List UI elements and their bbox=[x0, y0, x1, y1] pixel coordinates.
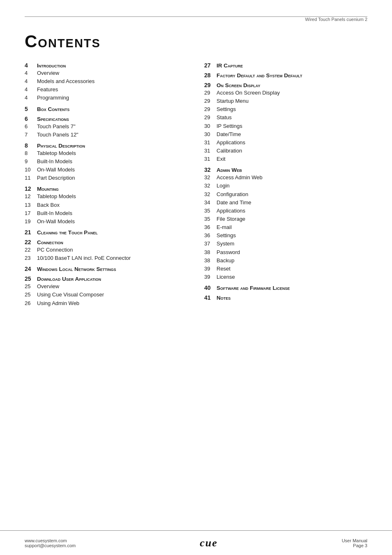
toc-item: 37System bbox=[204, 240, 367, 248]
item-page-num: 29 bbox=[204, 97, 213, 105]
heading-page-num: 41 bbox=[204, 294, 213, 301]
item-text: PC Connection bbox=[37, 246, 73, 254]
item-page-num: 13 bbox=[25, 201, 34, 209]
item-text: Configuration bbox=[217, 190, 248, 199]
item-text: Settings bbox=[217, 231, 236, 240]
item-page-num: 7 bbox=[25, 131, 34, 139]
item-page-num: 4 bbox=[25, 77, 34, 86]
item-text: On-Wall Models bbox=[37, 166, 75, 174]
toc-item: 29Access On Screen Display bbox=[204, 89, 367, 97]
toc-item: 13Back Box bbox=[25, 201, 188, 209]
item-text: Applications bbox=[217, 207, 245, 215]
item-page-num: 9 bbox=[25, 157, 34, 166]
heading-page-num: 25 bbox=[25, 275, 34, 282]
toc-item: 2310/100 BaseT LAN incl. PoE Connector bbox=[25, 254, 188, 262]
toc-item: 35File Storage bbox=[204, 215, 367, 223]
toc-item: 22PC Connection bbox=[25, 246, 188, 254]
footer-left: www.cuesystem.com support@cuesystem.com bbox=[25, 538, 76, 548]
page-container: Wired Touch Panels cuenium 2 Contents 4I… bbox=[0, 0, 392, 555]
item-text: IP Settings bbox=[217, 122, 242, 130]
toc-heading: 29On Screen Display bbox=[204, 82, 367, 88]
item-page-num: 35 bbox=[204, 215, 213, 223]
item-page-num: 38 bbox=[204, 248, 213, 257]
item-text: Password bbox=[217, 248, 240, 257]
header: Wired Touch Panels cuenium 2 bbox=[25, 16, 367, 24]
item-page-num: 4 bbox=[25, 69, 34, 77]
toc-heading: 6Specifications bbox=[25, 116, 188, 122]
toc-item: 6Touch Panels 7" bbox=[25, 123, 188, 131]
heading-page-num: 6 bbox=[25, 116, 34, 122]
toc-item: 30IP Settings bbox=[204, 122, 367, 130]
toc-item: 32Access Admin Web bbox=[204, 173, 367, 182]
item-page-num: 12 bbox=[25, 192, 34, 201]
item-page-num: 29 bbox=[204, 105, 213, 113]
toc-item: 12Tabletop Models bbox=[25, 192, 188, 201]
item-page-num: 17 bbox=[25, 209, 34, 217]
item-text: Tabletop Models bbox=[37, 149, 76, 157]
item-page-num: 32 bbox=[204, 182, 213, 190]
toc-heading: 12Mounting bbox=[25, 185, 188, 192]
toc-item: 34Date and Time bbox=[204, 199, 367, 207]
item-text: Status bbox=[217, 113, 232, 122]
item-page-num: 39 bbox=[204, 265, 213, 273]
toc-item: 4Programming bbox=[25, 94, 188, 102]
item-text: Calibration bbox=[217, 147, 242, 155]
heading-page-num: 8 bbox=[25, 142, 34, 149]
item-page-num: 32 bbox=[204, 190, 213, 199]
item-text: Built-In Models bbox=[37, 209, 72, 217]
item-page-num: 19 bbox=[25, 217, 34, 226]
item-text: Back Box bbox=[37, 201, 60, 209]
item-page-num: 34 bbox=[204, 199, 213, 207]
item-page-num: 23 bbox=[25, 254, 34, 262]
item-page-num: 29 bbox=[204, 113, 213, 122]
heading-title: Cleaning the Touch Panel bbox=[37, 229, 98, 236]
content-columns: 4Introduction4Overview4Models and Access… bbox=[25, 59, 367, 308]
item-text: Tabletop Models bbox=[37, 192, 76, 201]
item-text: File Storage bbox=[217, 215, 245, 223]
item-page-num: 8 bbox=[25, 149, 34, 157]
heading-title: On Screen Display bbox=[217, 82, 260, 88]
toc-item: 17Built-In Models bbox=[25, 209, 188, 217]
item-text: Applications bbox=[217, 139, 245, 147]
toc-item: 4Overview bbox=[25, 69, 188, 77]
toc-item: 32Login bbox=[204, 182, 367, 190]
heading-title: Mounting bbox=[37, 186, 59, 192]
heading-title: Introduction bbox=[37, 62, 66, 69]
item-text: Access On Screen Display bbox=[217, 89, 280, 97]
item-text: Overview bbox=[37, 282, 59, 291]
item-text: System bbox=[217, 240, 234, 248]
heading-title: Specifications bbox=[37, 116, 69, 122]
toc-item: 39Reset bbox=[204, 265, 367, 273]
footer-page: Page 3 bbox=[342, 543, 367, 548]
toc-item: 31Calibration bbox=[204, 147, 367, 155]
item-page-num: 37 bbox=[204, 240, 213, 248]
item-page-num: 38 bbox=[204, 257, 213, 265]
item-text: Date/Time bbox=[217, 130, 241, 139]
toc-item: 7Touch Panels 12" bbox=[25, 131, 188, 139]
item-text: 10/100 BaseT LAN incl. PoE Connector bbox=[37, 254, 131, 262]
item-text: Using Admin Web bbox=[37, 299, 79, 308]
toc-item: 35Applications bbox=[204, 207, 367, 215]
toc-item: 29Startup Menu bbox=[204, 97, 367, 105]
item-page-num: 39 bbox=[204, 273, 213, 281]
toc-item: 38Password bbox=[204, 248, 367, 257]
toc-heading: 40Software and Firmware License bbox=[204, 284, 367, 291]
toc-heading: 8Physical Description bbox=[25, 142, 188, 149]
heading-title: IR Capture bbox=[217, 62, 243, 69]
heading-page-num: 28 bbox=[204, 72, 213, 79]
footer-website: www.cuesystem.com bbox=[25, 538, 76, 543]
item-text: Login bbox=[217, 182, 230, 190]
heading-page-num: 32 bbox=[204, 166, 213, 173]
item-page-num: 4 bbox=[25, 86, 34, 94]
toc-item: 32Configuration bbox=[204, 190, 367, 199]
toc-item: 8Tabletop Models bbox=[25, 149, 188, 157]
toc-item: 31Applications bbox=[204, 139, 367, 147]
heading-title: Windows Local Network Settings bbox=[37, 266, 116, 272]
item-text: Startup Menu bbox=[217, 97, 249, 105]
toc-heading: 28Factory Default and System Default bbox=[204, 72, 367, 79]
toc-item: 39License bbox=[204, 273, 367, 281]
heading-page-num: 29 bbox=[204, 82, 213, 88]
item-text: Reset bbox=[217, 265, 231, 273]
item-text: Features bbox=[37, 86, 58, 94]
item-page-num: 29 bbox=[204, 89, 213, 97]
